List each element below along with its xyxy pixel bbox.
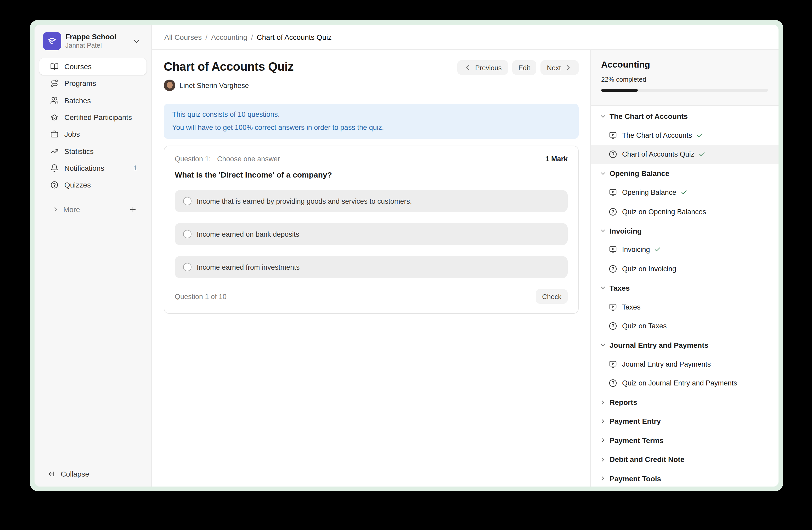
lesson-row[interactable]: Opening Balance (591, 183, 779, 202)
sidebar-item-courses[interactable]: Courses (39, 58, 146, 75)
chapter-row-5[interactable]: Journal Entry and Payments (591, 335, 779, 354)
previous-button[interactable]: Previous (458, 60, 508, 75)
sidebar-item-label: Certified Participants (64, 113, 132, 122)
sidebar-item-more[interactable]: More (39, 201, 146, 218)
lesson-row[interactable]: The Chart of Accounts (591, 126, 779, 145)
lesson-row[interactable]: Quiz on Journal Entry and Payments (591, 374, 779, 393)
lesson-title: Chart of Accounts Quiz (622, 151, 694, 158)
chapter-row-7[interactable]: Payment Entry (591, 412, 779, 431)
question-instruction: Choose one answer (217, 155, 280, 163)
quiz-option-2[interactable]: Income earned on bank deposits (175, 223, 568, 245)
chapter-title: Invoicing (610, 226, 642, 235)
chevron-right-icon (52, 206, 59, 213)
check-icon (698, 151, 705, 158)
page-title: Chart of Accounts Quiz (164, 59, 293, 74)
frappe-school-logo-icon (43, 32, 61, 50)
next-label: Next (547, 64, 561, 71)
sidebar-item-batches[interactable]: Batches (39, 92, 146, 109)
next-button[interactable]: Next (541, 60, 579, 75)
radio-icon[interactable] (183, 263, 191, 271)
sidebar-item-programs[interactable]: Programs (39, 75, 146, 92)
check-label: Check (542, 293, 561, 301)
check-icon (696, 132, 703, 139)
sidebar-item-label: Jobs (64, 130, 80, 139)
radio-icon[interactable] (183, 230, 191, 238)
sidebar-item-notifications[interactable]: Notifications1 (39, 160, 146, 177)
chapter-row-9[interactable]: Debit and Credit Note (591, 450, 779, 469)
lesson-row[interactable]: Journal Entry and Payments (591, 354, 779, 374)
sidebar-item-statistics[interactable]: Statistics (39, 143, 146, 160)
help-circle-icon (608, 379, 618, 388)
chevron-down-icon (599, 113, 606, 120)
lesson-row[interactable]: Quiz on Opening Balances (591, 202, 779, 221)
radio-icon[interactable] (183, 197, 191, 205)
notice-line-1: This quiz consists of 10 questions. (172, 108, 570, 121)
edit-button[interactable]: Edit (512, 60, 537, 75)
collapse-sidebar-button[interactable]: Collapse (34, 464, 151, 484)
chapter-title: Debit and Credit Note (610, 455, 684, 463)
sidebar-item-quizzes[interactable]: Quizzes (39, 177, 146, 194)
main-panel: Chart of Accounts Quiz Previous Edit (152, 50, 590, 487)
question-footer: Question 1 of 10 Check (175, 289, 568, 304)
chapter-title: Opening Balance (610, 169, 669, 178)
sidebar-item-jobs[interactable]: Jobs (39, 126, 146, 143)
sidebar-item-label: Programs (64, 79, 96, 88)
book-open-icon (50, 62, 59, 71)
help-circle-icon (608, 264, 618, 274)
lesson-row[interactable]: Chart of Accounts Quiz (591, 145, 779, 164)
chapter-row-1[interactable]: The Chart of Accounts (591, 107, 779, 126)
left-sidebar: Frappe School Jannat Patel CoursesProgra… (34, 25, 152, 487)
lesson-row[interactable]: Invoicing (591, 240, 779, 259)
monitor-play-icon (608, 360, 618, 369)
breadcrumb-item-2[interactable]: Accounting (211, 33, 247, 41)
lesson-row[interactable]: Quiz on Invoicing (591, 259, 779, 278)
progress-bar-fill (601, 89, 638, 92)
breadcrumb-item-3: Chart of Accounts Quiz (257, 33, 331, 41)
lesson-row[interactable]: Taxes (591, 297, 779, 317)
outline-list: The Chart of AccountsThe Chart of Accoun… (591, 106, 779, 487)
progress-bar (601, 89, 768, 92)
chapter-row-4[interactable]: Taxes (591, 278, 779, 297)
lesson-row[interactable]: Quiz on Taxes (591, 317, 779, 336)
chevron-right-icon (564, 64, 572, 72)
chevron-right-icon (599, 437, 606, 444)
notification-count-badge: 1 (133, 164, 142, 172)
notice-line-2: You will have to get 100% correct answer… (172, 121, 570, 134)
monitor-play-icon (608, 303, 618, 311)
chapter-row-10[interactable]: Payment Tools (591, 469, 779, 487)
breadcrumb-item-1[interactable]: All Courses (164, 33, 202, 41)
workspace-switcher[interactable]: Frappe School Jannat Patel (43, 32, 151, 50)
bell-icon (50, 164, 59, 172)
chevron-down-icon (599, 342, 606, 349)
lesson-title: Invoicing (622, 246, 650, 254)
lesson-title: Quiz on Opening Balances (622, 208, 706, 215)
more-label: More (63, 205, 80, 213)
add-icon[interactable] (129, 205, 142, 213)
course-outline-panel: Accounting 22% completed The Chart of Ac… (590, 50, 779, 487)
quiz-option-3[interactable]: Income earned from investments (175, 256, 568, 278)
edit-label: Edit (519, 64, 530, 71)
header-actions: Previous Edit Next (458, 60, 579, 75)
window-frame: Frappe School Jannat Patel CoursesProgra… (30, 20, 783, 491)
chapter-row-6[interactable]: Reports (591, 393, 779, 412)
check-button[interactable]: Check (536, 289, 568, 304)
course-title: Accounting (601, 60, 768, 70)
option-label: Income earned on bank deposits (197, 230, 299, 238)
chapter-title: Taxes (610, 283, 630, 292)
chapter-row-8[interactable]: Payment Terms (591, 431, 779, 450)
app-window: Frappe School Jannat Patel CoursesProgra… (34, 25, 779, 487)
breadcrumb: All Courses/Accounting/Chart of Accounts… (164, 33, 332, 41)
chapter-row-3[interactable]: Invoicing (591, 221, 779, 240)
chapter-title: Payment Terms (610, 436, 663, 445)
chapter-title: Payment Tools (610, 474, 661, 483)
chapter-row-2[interactable]: Opening Balance (591, 164, 779, 183)
sidebar-item-label: Courses (64, 62, 91, 71)
chevron-right-icon (599, 399, 606, 406)
quiz-notice-banner: This quiz consists of 10 questions. You … (164, 104, 579, 139)
sidebar-item-certified-participants[interactable]: Certified Participants (39, 109, 146, 126)
quiz-option-1[interactable]: Income that is earned by providing goods… (175, 190, 568, 212)
help-circle-icon (608, 322, 618, 331)
question-progress: Question 1 of 10 (175, 293, 227, 301)
help-circle-icon (608, 207, 618, 216)
briefcase-icon (50, 130, 59, 139)
